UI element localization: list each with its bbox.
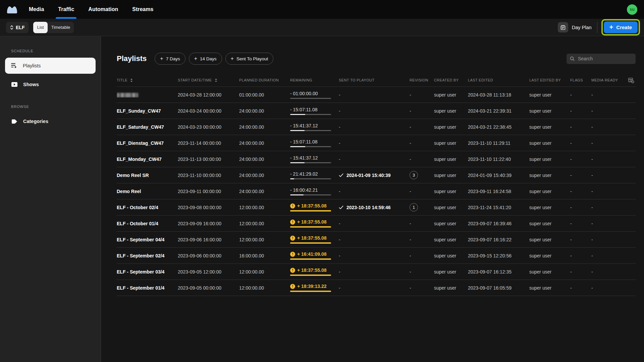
flags-value: -: [570, 253, 591, 258]
remaining-progress-bar: [290, 98, 331, 99]
sidebar-item-categories[interactable]: Categories: [5, 113, 96, 129]
remaining-cell: - 16:00:42.21: [290, 187, 331, 195]
playlist-row[interactable]: ELF - September 03/4 2023-09-05 12:00:00…: [117, 264, 636, 280]
playlist-row[interactable]: ELF - September 02/4 2023-09-06 00:00:00…: [117, 248, 636, 264]
last-edited: 2023-11-10 11:22:40: [468, 157, 529, 162]
remaining-cell: - 01:00:00.00: [290, 91, 331, 99]
app-logo-icon[interactable]: [7, 5, 17, 14]
playlist-title[interactable]: [117, 92, 178, 97]
remaining-progress-bar: [290, 210, 331, 212]
start-datetime: 2024-03-28 12:00:00: [178, 92, 239, 98]
user-avatar[interactable]: su: [627, 4, 637, 15]
playlist-title[interactable]: ELF_Sunday_CW47: [117, 108, 178, 114]
revision-cell: -: [410, 237, 434, 242]
playlist-title[interactable]: Demo Reel SR: [117, 173, 178, 178]
playlist-title[interactable]: ELF_Dienstag_CW47: [117, 140, 178, 146]
sidebar: SCHEDULE Playlists Shows BROWSE Categori…: [0, 36, 101, 362]
remaining-value: - 15:41:37.12: [290, 123, 318, 128]
remaining-value: + 16:41:09.08: [297, 251, 327, 257]
remaining-progress-fill: [290, 258, 331, 260]
nav-item-traffic[interactable]: Traffic: [58, 0, 74, 19]
start-datetime: 2024-03-23 00:00:00: [178, 124, 239, 130]
remaining-progress-fill: [290, 130, 305, 131]
playlist-row[interactable]: 2024-03-28 12:00:00 01:00:00.00 - 01:00:…: [117, 87, 636, 103]
playlist-row[interactable]: ELF_Sunday_CW47 2024-03-24 00:00:00 24:0…: [117, 103, 636, 119]
flags-value: -: [570, 157, 591, 162]
playlist-title[interactable]: ELF - September 03/4: [117, 269, 178, 275]
nav-item-media[interactable]: Media: [29, 0, 44, 19]
day-plan-button[interactable]: [558, 22, 568, 33]
warning-icon: !: [290, 220, 295, 225]
remaining-line: - 15:41:37.12: [290, 155, 331, 161]
playlist-title[interactable]: ELF_Monday_CW47: [117, 157, 178, 162]
toolbar: ELF List Timetable Day Plan + Create: [0, 19, 644, 36]
nav-item-automation[interactable]: Automation: [88, 0, 118, 19]
show-icon: [11, 82, 18, 87]
sidebar-item-shows[interactable]: Shows: [5, 76, 96, 93]
column-label: REMAINING: [290, 78, 312, 82]
playlist-row[interactable]: Demo Reel SR 2023-11-10 00:00:00 24:00:0…: [117, 167, 636, 183]
playlist-row[interactable]: ELF_Dienstag_CW47 2023-11-14 00:00:00 24…: [117, 135, 636, 151]
remaining-cell: ! + 16:41:09.08: [290, 251, 331, 260]
last-edited-by: super user: [529, 189, 570, 194]
remaining-value: - 15:07:11.08: [290, 139, 317, 144]
playlist-title[interactable]: ELF - September 02/4: [117, 253, 178, 258]
playlist-row[interactable]: ELF - September 01/4 2023-09-05 00:00:00…: [117, 280, 636, 296]
remaining-line: ! + 18:37:55.08: [290, 267, 331, 273]
playlist-title[interactable]: ELF - September 01/4: [117, 285, 178, 291]
column-header-title[interactable]: TITLE: [117, 78, 178, 82]
warning-icon: !: [290, 203, 295, 208]
playlist-row[interactable]: ELF_Saturday_CW47 2024-03-23 00:00:00 24…: [117, 119, 636, 135]
playlist-title[interactable]: ELF - September 04/4: [117, 237, 178, 242]
playlist-row[interactable]: ELF - October 01/4 2023-09-09 16:00:00 1…: [117, 216, 636, 232]
sent-to-playout-cell: 2023-10-10 14:59:46: [339, 205, 410, 210]
revision-cell: 1: [410, 203, 434, 212]
remaining-line: ! + 16:41:09.08: [290, 251, 331, 257]
remaining-value: + 18:37:55.08: [297, 235, 327, 241]
playlist-title[interactable]: ELF_Saturday_CW47: [117, 124, 178, 130]
view-toggle-timetable[interactable]: Timetable: [48, 22, 74, 33]
revision-cell: -: [410, 157, 434, 162]
start-datetime: 2023-09-08 00:00:00: [178, 205, 239, 210]
remaining-value: + 18:37:55.08: [297, 267, 327, 273]
sent-datetime: -: [339, 92, 340, 98]
quick-filter-7-days-button[interactable]: + 7 Days: [155, 53, 185, 65]
remaining-progress-bar: [290, 291, 331, 292]
column-header-start[interactable]: START DATE/TIME: [178, 78, 239, 82]
sent-datetime: -: [339, 221, 340, 226]
column-header-last-edited-by: LAST EDITED BY: [529, 78, 570, 82]
create-button[interactable]: + Create: [604, 21, 638, 33]
remaining-progress-fill: [290, 194, 304, 195]
remaining-line: - 21:41:29.02: [290, 171, 331, 177]
nav-item-streams[interactable]: Streams: [132, 0, 153, 19]
column-settings-button[interactable]: [628, 77, 636, 83]
playlist-row[interactable]: Demo Reel 2023-09-11 00:00:00 24:00:00.0…: [117, 183, 636, 199]
view-toggle-list[interactable]: List: [33, 22, 47, 33]
playlist-title[interactable]: Demo Reel: [117, 189, 178, 194]
sent-datetime: -: [339, 237, 340, 242]
playlist-row[interactable]: ELF - September 04/4 2023-09-06 16:00:00…: [117, 232, 636, 248]
table-body: 2024-03-28 12:00:00 01:00:00.00 - 01:00:…: [117, 86, 636, 296]
remaining-progress-fill: [290, 242, 331, 244]
flags-value: -: [570, 124, 591, 130]
column-label: CREATED BY: [434, 78, 459, 82]
created-by: super user: [434, 140, 468, 146]
column-label: START DATE/TIME: [178, 78, 212, 82]
sidebar-gap: [0, 95, 101, 105]
search-input[interactable]: [577, 56, 632, 62]
quick-filter-14-days-button[interactable]: + 14 Days: [189, 53, 222, 65]
quick-filter-sent-to-playout-button[interactable]: + Sent To Playout: [225, 53, 274, 65]
playlist-row[interactable]: ELF - October 02/4 2023-09-08 00:00:00 1…: [117, 199, 636, 216]
flags-value: -: [570, 269, 591, 275]
last-edited-by: super user: [529, 269, 570, 275]
media-ready-value: -: [591, 269, 621, 275]
playlist-title[interactable]: ELF - October 02/4: [117, 205, 178, 210]
remaining-value: - 21:41:29.02: [290, 171, 318, 177]
playlist-row[interactable]: ELF_Monday_CW47 2023-11-13 00:00:00 24:0…: [117, 151, 636, 167]
channel-selector-button[interactable]: ELF: [6, 22, 29, 33]
remaining-progress-bar: [290, 146, 331, 147]
remaining-line: - 16:00:42.21: [290, 187, 331, 193]
sidebar-item-playlists[interactable]: Playlists: [5, 58, 96, 74]
sent-to-playout-cell: -: [339, 253, 410, 258]
playlist-title[interactable]: ELF - October 01/4: [117, 221, 178, 226]
